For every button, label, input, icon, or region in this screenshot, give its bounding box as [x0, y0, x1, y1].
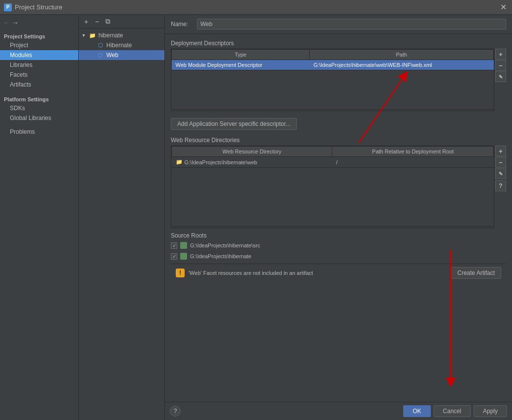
close-button[interactable]: ✕ [498, 2, 508, 12]
sidebar-item-facets[interactable]: Facets [0, 70, 78, 80]
nav-arrows: ← → [0, 17, 78, 29]
create-artifact-button[interactable]: Create Artifact [451, 267, 501, 279]
module-icon: ⬡ [96, 41, 104, 49]
web-resource-side-buttons: + − ✎ ? [495, 146, 506, 228]
source-roots-label: Source Roots [171, 232, 506, 239]
deployment-remove-button[interactable]: − [495, 60, 506, 71]
deployment-table-wrapper: Type Path Web Module Deployment Descript… [171, 49, 494, 111]
sidebar: ← → Project Settings Project Modules Lib… [0, 15, 79, 420]
source-root-checkbox-1[interactable]: ✓ [171, 253, 177, 260]
content-scroll: Deployment Descriptors Type Path [165, 34, 512, 402]
web-resource-path-cell: / [332, 157, 494, 168]
web-resource-row[interactable]: 📁 G:\IdeaProjects\hibernate\web / [172, 157, 494, 168]
source-root-item-1: ✓ G:\IdeaProjects\hibernate [171, 252, 506, 261]
warning-icon: ! [176, 269, 185, 277]
tree-item-web[interactable]: ⬡ Web [79, 50, 164, 60]
apply-button[interactable]: Apply [474, 405, 507, 417]
sidebar-item-global-libraries[interactable]: Global Libraries [0, 113, 78, 123]
sidebar-item-libraries[interactable]: Libraries [0, 60, 78, 70]
sidebar-item-sdks[interactable]: SDKs [0, 103, 78, 113]
forward-arrow[interactable]: → [12, 19, 19, 27]
tree-copy-button[interactable]: ⧉ [103, 17, 112, 26]
web-resource-add-button[interactable]: + [495, 146, 506, 156]
tree-item-hibernate-module[interactable]: ⬡ Hibernate [79, 40, 164, 50]
cancel-button[interactable]: Cancel [434, 405, 471, 417]
app-icon: P [4, 3, 12, 11]
tree-toggle-web [89, 52, 95, 58]
web-resource-table: Web Resource Directory Path Relative to … [171, 146, 494, 227]
content-area: Name: Deployment Descriptors Type Path [165, 15, 512, 420]
name-row: Name: [165, 15, 512, 34]
deployment-side-buttons: + − ✎ [495, 49, 506, 111]
deployment-type-cell: Web Module Deployment Descriptor [172, 60, 310, 70]
ok-button[interactable]: OK [403, 405, 430, 417]
web-resource-col-dir: Web Resource Directory [172, 147, 332, 157]
sidebar-item-modules[interactable]: Modules [0, 50, 78, 60]
web-resource-label: Web Resource Directories [171, 137, 506, 144]
tree-label-hibernate-module: Hibernate [106, 42, 132, 49]
folder-icon: 📁 [89, 31, 96, 39]
web-resource-help-button[interactable]: ? [495, 180, 506, 191]
tree-toggle[interactable]: ▼ [81, 32, 87, 38]
source-root-checkbox-0[interactable]: ✓ [171, 242, 177, 249]
project-settings-header: Project Settings [0, 30, 78, 40]
web-resource-table-wrapper: Web Resource Directory Path Relative to … [171, 146, 494, 228]
platform-settings-header: Platform Settings [0, 93, 78, 103]
tree-label-web: Web [106, 52, 118, 59]
add-descriptor-button[interactable]: Add Application Server specific descript… [171, 118, 297, 130]
content-panel: Name: Deployment Descriptors Type Path [165, 15, 512, 420]
deployment-col-type: Type [172, 50, 310, 60]
action-buttons: OK Cancel Apply [403, 405, 507, 417]
back-arrow[interactable]: ← [3, 19, 10, 27]
source-root-icon-0 [180, 242, 187, 249]
name-label: Name: [171, 21, 193, 28]
source-root-path-1: G:\IdeaProjects\hibernate [190, 253, 252, 259]
tree-add-button[interactable]: + [82, 17, 91, 26]
deployment-edit-button[interactable]: ✎ [495, 71, 506, 82]
sidebar-item-problems[interactable]: Problems [0, 127, 78, 137]
tree-content: ▼ 📁 hibernate ⬡ Hibernate ⬡ Web [79, 29, 164, 420]
web-resource-table-container: Web Resource Directory Path Relative to … [171, 146, 506, 228]
deployment-row[interactable]: Web Module Deployment Descriptor G:\Idea… [172, 60, 494, 70]
source-root-path-0: G:\IdeaProjects\hibernate\src [190, 242, 260, 248]
title-bar: P Project Structure ✕ [0, 0, 512, 15]
source-root-icon-1 [180, 253, 187, 260]
name-input[interactable] [197, 19, 506, 30]
deployment-descriptors-label: Deployment Descriptors [171, 40, 506, 47]
deployment-col-path: Path [310, 50, 494, 60]
tree-toolbar: + − ⧉ [79, 15, 164, 29]
tree-label-hibernate: hibernate [98, 32, 123, 39]
tree-remove-button[interactable]: − [93, 17, 101, 26]
web-resource-col-path: Path Relative to Deployment Root [332, 147, 494, 157]
window-title: Project Structure [15, 3, 63, 11]
web-resource-dir-cell: 📁 G:\IdeaProjects\hibernate\web [172, 157, 332, 168]
web-resource-edit-button[interactable]: ✎ [495, 168, 506, 179]
sidebar-item-project[interactable]: Project [0, 40, 78, 50]
bottom-bar: ? OK Cancel Apply [165, 402, 512, 420]
deployment-add-button[interactable]: + [495, 49, 506, 60]
sidebar-item-artifacts[interactable]: Artifacts [0, 80, 78, 90]
deployment-path-cell: G:\IdeaProjects\hibernate\web\WEB-INF\we… [310, 60, 494, 70]
source-root-item-0: ✓ G:\IdeaProjects\hibernate\src [171, 241, 506, 250]
web-icon: ⬡ [96, 51, 104, 59]
help-button[interactable]: ? [170, 406, 181, 417]
web-resource-empty-row [172, 168, 494, 227]
warning-bar: ! 'Web' Facet resources are not included… [171, 264, 506, 282]
deployment-table: Type Path Web Module Deployment Descript… [171, 49, 494, 110]
deployment-table-container: Type Path Web Module Deployment Descript… [171, 49, 506, 111]
deployment-empty-row [172, 70, 494, 110]
tree-toggle-empty [89, 42, 95, 48]
warning-text: 'Web' Facet resources are not included i… [189, 270, 447, 276]
tree-item-hibernate-folder[interactable]: ▼ 📁 hibernate [79, 30, 164, 40]
web-resource-remove-button[interactable]: − [495, 157, 506, 168]
tree-panel: + − ⧉ ▼ 📁 hibernate ⬡ Hibernate ⬡ Web [79, 15, 165, 420]
